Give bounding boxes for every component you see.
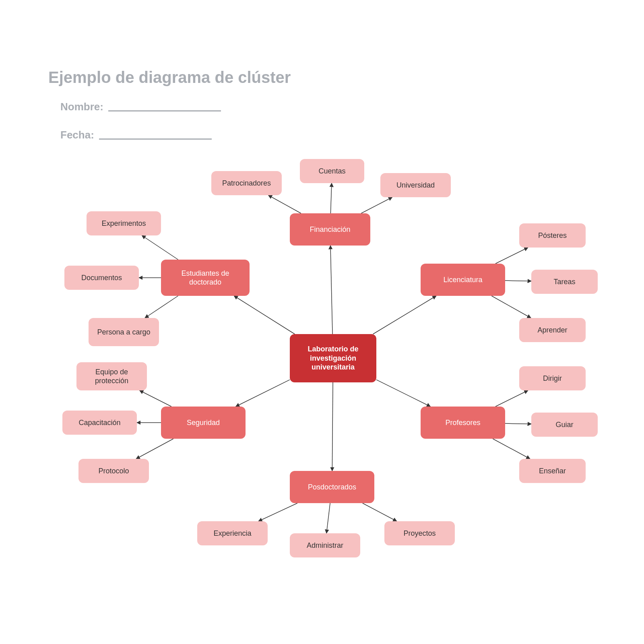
leaf-posteres: Pósteres [519,223,586,248]
edge [373,296,436,334]
leaf-documentos: Documentos [64,266,139,290]
edge [363,503,397,521]
leaf-patrocinadores: Patrocinadores [211,171,282,195]
leaf-administrar: Administrar [290,533,360,557]
edge [236,380,290,407]
cluster-licenciatura: Licenciatura [421,264,505,296]
edge [332,382,333,471]
leaf-experimentos: Experimentos [87,211,161,235]
edge [136,439,173,459]
leaf-proyectos: Proyectos [384,521,455,545]
edge [330,183,332,213]
edge [142,235,178,260]
leaf-equipo: Equipo de protección [76,362,147,390]
edge [493,439,530,459]
edge [140,390,171,407]
leaf-experiencia: Experiencia [197,521,268,545]
center-node: Laboratorio de investigación universitar… [290,334,376,382]
leaf-dirigir: Dirigir [519,366,586,390]
edge [268,195,301,213]
leaf-persona: Persona a cargo [89,318,159,346]
edge [234,296,295,334]
edge [330,246,332,334]
leaf-aprender: Aprender [519,318,586,342]
cluster-financiacion: Financiación [290,213,370,246]
leaf-cuentas: Cuentas [300,159,364,183]
leaf-guiar: Guiar [531,413,598,437]
edge [361,197,392,213]
cluster-posdoctorados: Posdoctorados [290,471,374,503]
edge [495,390,528,407]
leaf-protocolo: Protocolo [78,459,149,483]
leaf-ensenar: Enseñar [519,459,586,483]
leaf-capacitacion: Capacitación [62,411,137,435]
edge [326,503,330,533]
edge [376,380,430,407]
cluster-seguridad: Seguridad [161,407,246,439]
edge [505,281,531,281]
edge [258,503,297,521]
cluster-profesores: Profesores [421,407,505,439]
edge [491,296,531,318]
cluster-doctorado: Estudiantes de doctorado [161,260,250,296]
edge [145,296,178,318]
edge [495,248,528,264]
leaf-tareas: Tareas [531,270,598,294]
leaf-universidad: Universidad [380,173,451,197]
edge [505,423,531,424]
